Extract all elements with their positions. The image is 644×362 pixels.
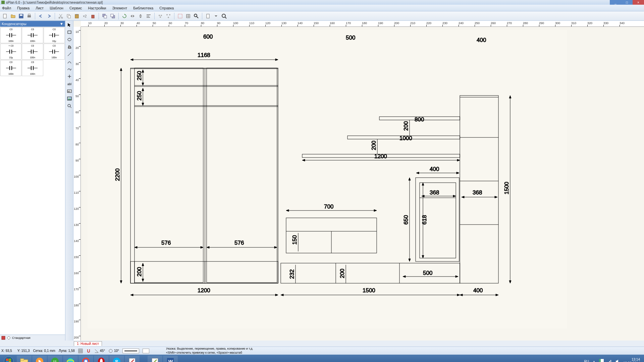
svg-text:400: 400 bbox=[473, 287, 483, 294]
rotate-button[interactable] bbox=[121, 12, 128, 20]
flip-v-button[interactable] bbox=[137, 12, 144, 20]
chevron-down-icon: ▼ bbox=[60, 22, 63, 26]
network-icon[interactable] bbox=[607, 359, 612, 362]
page-button[interactable] bbox=[204, 12, 212, 20]
save-button[interactable] bbox=[17, 12, 25, 20]
chrome-button[interactable] bbox=[78, 356, 93, 362]
paste-button[interactable] bbox=[73, 12, 80, 20]
component-category-combo[interactable]: Конденсаторы ▼ bbox=[0, 21, 65, 27]
symbol-cap4[interactable]: + C010μ bbox=[0, 44, 21, 60]
svg-text:200: 200 bbox=[136, 267, 143, 277]
ie-button[interactable] bbox=[63, 356, 78, 362]
print-button[interactable] bbox=[25, 12, 33, 20]
symbol-cap2[interactable]: C0100n bbox=[22, 27, 43, 43]
ungroup-button[interactable] bbox=[165, 12, 172, 20]
canvas[interactable]: 600 500 400 1168 bbox=[81, 27, 644, 341]
fillcolor-combo[interactable] bbox=[143, 349, 149, 353]
svg-line-79 bbox=[70, 107, 71, 108]
close-button[interactable]: × bbox=[633, 0, 644, 5]
svg-rect-85 bbox=[130, 68, 278, 283]
magnet-toggle[interactable] bbox=[86, 349, 91, 353]
flag-icon[interactable] bbox=[599, 359, 604, 362]
skype-button[interactable]: S bbox=[109, 356, 124, 362]
svg-text:200: 200 bbox=[371, 141, 377, 150]
svg-rect-0 bbox=[3, 14, 6, 18]
paint-button[interactable] bbox=[125, 356, 140, 362]
node-tool[interactable] bbox=[66, 73, 73, 80]
lang-indicator[interactable]: RU bbox=[584, 360, 589, 362]
symbol-cap3[interactable]: C010μ bbox=[44, 27, 65, 43]
lib-icon bbox=[1, 336, 5, 340]
zoom-button[interactable] bbox=[220, 12, 228, 20]
menu-settings[interactable]: Настройки bbox=[88, 6, 106, 10]
tray-up-icon[interactable]: ▲ bbox=[592, 360, 596, 362]
magnify-tool[interactable] bbox=[66, 103, 73, 109]
svg-rect-14 bbox=[104, 15, 107, 18]
splan-taskbar-button[interactable] bbox=[148, 356, 162, 362]
menu-help[interactable]: Справка bbox=[159, 6, 174, 10]
flip-h-button[interactable] bbox=[129, 12, 136, 20]
pointer-tool[interactable] bbox=[66, 21, 73, 28]
group-button[interactable] bbox=[157, 12, 164, 20]
duplicate-button[interactable]: ×2 bbox=[81, 12, 89, 20]
menu-file[interactable]: Файл bbox=[2, 6, 11, 10]
new-button[interactable] bbox=[1, 12, 9, 20]
rect-tool[interactable] bbox=[66, 29, 73, 36]
linewidth-combo[interactable] bbox=[122, 349, 139, 353]
poly-tool[interactable] bbox=[66, 44, 73, 50]
back-button[interactable] bbox=[109, 12, 116, 20]
redo-button[interactable] bbox=[45, 12, 53, 20]
curve-tool[interactable] bbox=[66, 58, 73, 65]
start-button[interactable] bbox=[1, 355, 16, 362]
grid-toggle[interactable] bbox=[78, 349, 83, 353]
svg-text:368: 368 bbox=[430, 189, 439, 196]
undo-button[interactable] bbox=[37, 12, 45, 20]
spline-tool[interactable] bbox=[66, 66, 73, 72]
wmp-button[interactable] bbox=[32, 356, 47, 362]
svg-text:1500: 1500 bbox=[503, 182, 510, 194]
clock-time[interactable]: 13:14 bbox=[623, 358, 640, 361]
opera-button[interactable] bbox=[94, 356, 109, 362]
symbol-cap8[interactable]: C0100n bbox=[22, 60, 43, 76]
menu-edit[interactable]: Правка bbox=[17, 6, 30, 10]
copy-button[interactable] bbox=[65, 12, 72, 20]
svg-text:232: 232 bbox=[289, 269, 295, 279]
hint-text: Указка: Выделение, перемещение, правка, … bbox=[166, 347, 253, 354]
circle-tool[interactable] bbox=[66, 36, 73, 43]
symbol-cap7[interactable]: C0100n bbox=[0, 60, 21, 76]
layers-button[interactable] bbox=[184, 12, 192, 20]
sheet-tab-1[interactable]: 1: Новый лист bbox=[74, 341, 102, 346]
explorer-button[interactable] bbox=[17, 356, 32, 362]
menu-library[interactable]: Библиотека bbox=[133, 6, 153, 10]
align-button[interactable] bbox=[145, 12, 152, 20]
svg-point-30 bbox=[194, 14, 197, 17]
image-tool[interactable] bbox=[66, 95, 73, 102]
menu-service[interactable]: Сервис bbox=[69, 6, 82, 10]
svg-text:2200: 2200 bbox=[114, 168, 121, 181]
text-tool[interactable]: abl bbox=[66, 80, 73, 87]
angle-10[interactable]: 10° bbox=[108, 349, 119, 353]
page-dd-button[interactable] bbox=[212, 12, 220, 20]
angle-45[interactable]: 45° bbox=[94, 349, 105, 353]
minimize-button[interactable]: _ bbox=[610, 0, 621, 5]
utorrent-button[interactable]: μ bbox=[48, 356, 62, 362]
line-tool[interactable] bbox=[66, 51, 73, 58]
front-button[interactable] bbox=[101, 12, 108, 20]
word-taskbar-button[interactable]: W bbox=[163, 356, 178, 362]
symbol-cap6[interactable]: C0100n bbox=[44, 44, 65, 60]
snap-button[interactable] bbox=[176, 12, 184, 20]
svg-line-31 bbox=[197, 16, 198, 18]
cut-button[interactable] bbox=[57, 12, 64, 20]
symbol-cap1[interactable]: C0100n bbox=[0, 27, 21, 43]
open-button[interactable] bbox=[9, 12, 17, 20]
menu-element[interactable]: Элемент bbox=[112, 6, 127, 10]
svg-rect-18 bbox=[147, 16, 149, 16]
symbol-cap5[interactable]: C0100n bbox=[22, 44, 43, 60]
volume-icon[interactable] bbox=[615, 359, 620, 362]
textbox-tool[interactable]: ab bbox=[66, 88, 73, 95]
delete-button[interactable] bbox=[89, 12, 97, 20]
search-button[interactable] bbox=[193, 12, 200, 20]
menu-sheet[interactable]: Лист bbox=[36, 6, 44, 10]
maximize-button[interactable]: □ bbox=[621, 0, 633, 5]
menu-template[interactable]: Шаблон bbox=[50, 6, 63, 10]
